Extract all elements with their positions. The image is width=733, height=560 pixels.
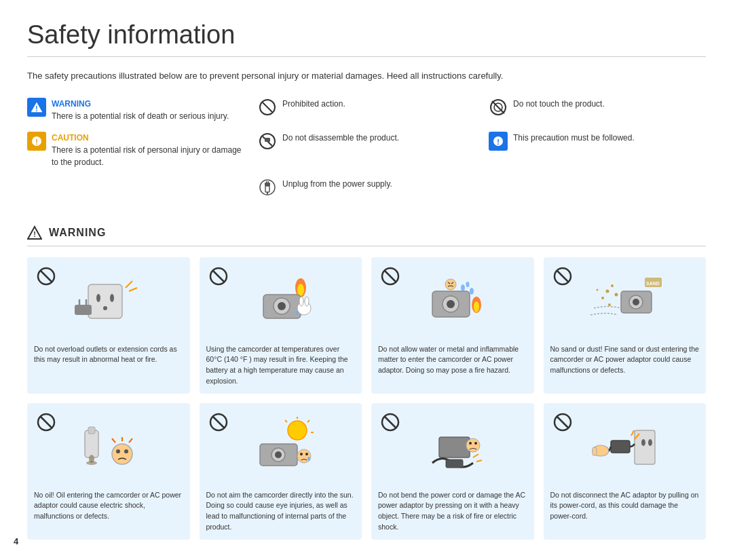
warning-card-text-3: Do not allow water or metal and inflamma… bbox=[378, 344, 527, 376]
warning-card-text-8: Do not disconnect the AC adaptor by pull… bbox=[550, 490, 700, 522]
svg-point-93 bbox=[300, 453, 303, 455]
svg-point-39 bbox=[278, 302, 286, 310]
warning-card-1: Do not overload outlets or extension cor… bbox=[27, 257, 190, 394]
warning-card-3: Do not allow water or metal and inflamma… bbox=[371, 257, 534, 394]
warning-card-2: Using the camcorder at temperatures over… bbox=[200, 257, 362, 394]
water-illustration bbox=[412, 271, 493, 332]
title-divider bbox=[27, 56, 706, 57]
svg-text:SAND: SAND bbox=[646, 281, 660, 286]
svg-rect-99 bbox=[446, 460, 463, 468]
caution-icon: ! bbox=[27, 132, 46, 151]
no-symbol-5 bbox=[37, 413, 56, 432]
no-symbol-4 bbox=[553, 267, 572, 286]
svg-rect-112 bbox=[593, 447, 597, 455]
caution-description: There is a potential risk of personal in… bbox=[52, 144, 244, 168]
svg-line-58 bbox=[557, 270, 569, 282]
svg-point-49 bbox=[461, 284, 465, 291]
svg-point-67 bbox=[608, 303, 611, 306]
no-symbol-1 bbox=[37, 267, 56, 286]
svg-rect-18 bbox=[265, 186, 269, 192]
intro-text: The safety precautions illustrated below… bbox=[27, 69, 706, 83]
svg-point-75 bbox=[86, 461, 97, 465]
svg-line-34 bbox=[212, 270, 225, 282]
legend-item-empty2 bbox=[489, 178, 706, 206]
svg-point-61 bbox=[633, 299, 639, 305]
svg-line-86 bbox=[307, 420, 309, 422]
warning-card-8: Do not disconnect the AC adaptor by pull… bbox=[544, 403, 707, 540]
oil-illustration bbox=[68, 417, 149, 478]
svg-point-95 bbox=[307, 457, 310, 461]
svg-rect-73 bbox=[88, 427, 95, 434]
warning-card-text-1: Do not overload outlets or extension cor… bbox=[34, 344, 183, 366]
svg-text:!: ! bbox=[497, 137, 500, 145]
svg-text:!: ! bbox=[33, 230, 36, 238]
card-illustration-5 bbox=[34, 410, 183, 485]
no-symbol-8 bbox=[553, 413, 572, 432]
svg-point-84 bbox=[288, 421, 307, 440]
warning-cards-row2: No oil! Oil entering the camcorder or AC… bbox=[27, 403, 706, 540]
svg-point-62 bbox=[606, 289, 609, 293]
warning-card-text-4: No sand or dust! Fine sand or dust enter… bbox=[550, 344, 700, 376]
svg-point-91 bbox=[275, 451, 282, 458]
legend-item-unplug: Unplug from the power supply. bbox=[258, 178, 475, 197]
card-illustration-1 bbox=[34, 264, 183, 339]
card-illustration-2 bbox=[206, 264, 356, 339]
svg-point-78 bbox=[124, 449, 128, 453]
svg-point-77 bbox=[116, 449, 120, 453]
svg-rect-98 bbox=[439, 437, 470, 458]
svg-point-94 bbox=[305, 453, 308, 455]
svg-rect-72 bbox=[85, 430, 98, 458]
warning-icon: ! bbox=[27, 98, 46, 117]
svg-line-114 bbox=[631, 430, 634, 436]
warning-triangle-icon: ! bbox=[27, 225, 42, 240]
svg-line-88 bbox=[285, 420, 287, 422]
no-symbol-2 bbox=[209, 267, 228, 286]
svg-line-81 bbox=[129, 438, 132, 443]
adapter-illustration bbox=[584, 417, 665, 478]
card-illustration-4: SAND bbox=[550, 264, 700, 339]
svg-text:!: ! bbox=[35, 105, 37, 112]
disassemble-icon bbox=[258, 132, 277, 151]
svg-line-101 bbox=[476, 460, 482, 462]
svg-point-102 bbox=[466, 438, 480, 452]
no-symbol-6 bbox=[209, 413, 228, 432]
svg-rect-110 bbox=[611, 441, 630, 453]
svg-point-109 bbox=[648, 439, 652, 446]
warning-cards-row1: Do not overload outlets or extension cor… bbox=[27, 257, 706, 394]
disassemble-description: Do not disassemble the product. bbox=[282, 132, 399, 144]
card-illustration-7 bbox=[378, 410, 527, 485]
svg-point-104 bbox=[474, 442, 477, 445]
legend-item-no-touch: Do not touch the product. bbox=[489, 98, 706, 122]
svg-point-25 bbox=[96, 294, 100, 302]
svg-point-41 bbox=[299, 297, 303, 306]
caution-label: CAUTION bbox=[52, 132, 244, 144]
legend-item-must-follow: ! This precaution must be followed. bbox=[489, 132, 706, 168]
svg-point-26 bbox=[110, 294, 114, 302]
warning-card-text-5: No oil! Oil entering the camcorder or AC… bbox=[34, 490, 183, 522]
legend-item-caution: ! CAUTION There is a potential risk of p… bbox=[27, 132, 244, 168]
svg-rect-16 bbox=[266, 181, 267, 183]
svg-point-66 bbox=[615, 293, 618, 296]
must-follow-description: This precaution must be followed. bbox=[513, 132, 635, 144]
svg-text:!: ! bbox=[35, 137, 38, 145]
svg-rect-24 bbox=[88, 284, 122, 318]
warning-label: WARNING bbox=[52, 98, 229, 110]
svg-line-97 bbox=[384, 416, 396, 428]
prohibited-icon bbox=[258, 98, 277, 117]
page-number: 4 bbox=[14, 536, 18, 546]
heat-illustration bbox=[240, 271, 321, 332]
svg-line-106 bbox=[557, 416, 569, 428]
warning-section-title: WARNING bbox=[49, 227, 106, 239]
legend-item-prohibited: Prohibited action. bbox=[258, 98, 475, 122]
card-illustration-6 bbox=[206, 410, 356, 485]
legend-item-disassemble: Do not disassemble the product. bbox=[258, 132, 475, 168]
warning-card-6: Do not aim the camcorder directly into t… bbox=[200, 403, 362, 540]
svg-rect-11 bbox=[265, 138, 270, 142]
warning-description: There is a potential risk of death or se… bbox=[52, 110, 229, 122]
card-illustration-3 bbox=[378, 264, 527, 339]
warning-card-4: SAND No sand or dust! Fine sand or dust … bbox=[544, 257, 707, 394]
unplug-icon bbox=[258, 178, 277, 197]
svg-line-79 bbox=[112, 438, 115, 443]
no-touch-description: Do not touch the product. bbox=[513, 98, 605, 110]
svg-point-54 bbox=[445, 279, 456, 290]
